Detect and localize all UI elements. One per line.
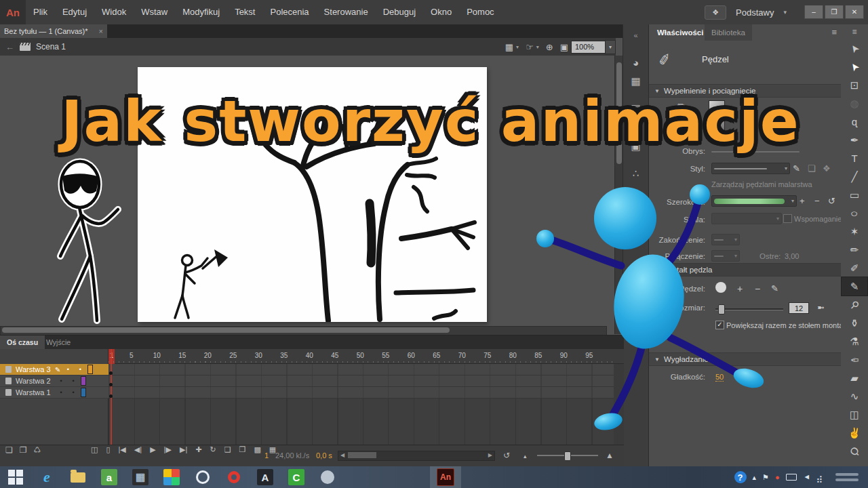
layer-name[interactable]: Warstwa 1 <box>16 388 55 396</box>
style-dropdown[interactable]: ▾ <box>711 163 790 174</box>
zoom-with-stage-checkbox[interactable]: ✓ <box>715 321 724 329</box>
hp-taskbar-button[interactable] <box>187 466 218 488</box>
size-value-input[interactable]: 12 <box>789 302 809 314</box>
tab-close-icon[interactable]: × <box>99 27 103 35</box>
expand-dock-button[interactable]: « <box>627 27 646 43</box>
pin-size-icon[interactable]: ➼ <box>817 302 825 312</box>
app-light-taskbar-button[interactable] <box>312 466 343 488</box>
app-c-taskbar-button[interactable]: C <box>281 466 312 488</box>
width-tool[interactable]: ∿ <box>842 387 867 405</box>
scroll-left-icon[interactable]: ◀ <box>340 452 344 459</box>
layer-lock-dot[interactable]: • <box>67 389 79 396</box>
remove-width-profile-icon[interactable]: − <box>814 196 820 206</box>
network-icon[interactable]: ⣴ <box>816 472 823 483</box>
tab-properties[interactable]: Właściwości <box>650 24 710 41</box>
close-button[interactable]: ✕ <box>845 5 864 19</box>
brush-preview[interactable] <box>715 282 726 293</box>
stage-h-scrollbar[interactable] <box>0 326 607 336</box>
layer-visibility-dot[interactable]: • <box>62 366 74 373</box>
step-back-button[interactable]: ◀| <box>134 445 142 454</box>
reset-timeline-zoom-button[interactable]: ↺ <box>503 451 510 460</box>
menu-item[interactable]: Wstaw <box>134 0 175 24</box>
pencil-tool[interactable]: ✏ <box>842 241 867 259</box>
layer-lock-dot[interactable]: • <box>74 366 86 373</box>
add-width-profile-icon[interactable]: + <box>800 196 805 206</box>
center-stage-icon[interactable]: ⊕ <box>546 42 553 52</box>
hand-tool[interactable]: ✌ <box>842 424 867 442</box>
paint-brush-tool[interactable]: ✐ <box>842 259 867 277</box>
start-button[interactable] <box>0 466 31 488</box>
timeline-scroll-thumb[interactable] <box>348 452 376 458</box>
bone-tool[interactable]: ⚲ <box>842 296 867 314</box>
workspace-selector[interactable]: Podstawy <box>736 7 774 18</box>
scale-dropdown[interactable]: ▾ <box>711 213 782 224</box>
zoom-level-input[interactable]: 100% <box>571 41 606 54</box>
paint-bucket-tool[interactable]: ⚱ <box>842 314 867 332</box>
menu-item[interactable]: Modyfikuj <box>175 0 227 24</box>
layer-visibility-dot[interactable]: • <box>55 378 67 384</box>
subselection-tool[interactable]: ➤ <box>842 58 867 76</box>
action-center-icon[interactable]: ⚑ <box>762 473 769 482</box>
loop-button[interactable]: ↻ <box>210 445 216 454</box>
frame-size-large-icon[interactable]: ▲ <box>606 451 614 460</box>
menu-item[interactable]: Pomoc <box>459 0 501 24</box>
frame-size-small-icon[interactable]: ▴ <box>524 453 527 460</box>
notification-dot-icon[interactable]: ● <box>775 473 780 481</box>
battery-icon[interactable] <box>786 474 797 481</box>
frame-size-slider[interactable] <box>537 455 598 456</box>
menu-item[interactable]: Okno <box>423 0 459 24</box>
layer-row[interactable]: Warstwa 3 ✎ • • <box>0 364 108 375</box>
layer-name[interactable]: Warstwa 2 <box>16 377 55 385</box>
layer-lock-dot[interactable]: • <box>67 378 79 384</box>
help-tray-icon[interactable]: ? <box>734 471 747 483</box>
zoom-dropdown-icon[interactable]: ▾ <box>605 40 616 54</box>
join-dropdown[interactable]: ▾ <box>711 250 740 262</box>
swatches-panel-button[interactable]: ▦ <box>627 73 646 89</box>
tab-output[interactable]: Wyjście <box>39 336 77 349</box>
center-frame-button[interactable]: ✚ <box>195 445 201 454</box>
tray-expand-icon[interactable]: ▴ <box>753 473 757 482</box>
scene-name[interactable]: Scena 1 <box>36 42 66 52</box>
edit-multiple-frames-button[interactable]: ▩ <box>254 445 260 454</box>
layer-color-chip[interactable] <box>87 365 93 374</box>
store-taskbar-button[interactable] <box>156 466 187 488</box>
menu-item[interactable]: Polecenia <box>262 0 316 24</box>
clock[interactable] <box>835 473 859 481</box>
workspace-switcher-icon[interactable]: ❖ <box>705 5 726 20</box>
frame-grid[interactable] <box>108 364 614 445</box>
menu-item[interactable]: Tekst <box>227 0 262 24</box>
selection-tool[interactable]: ➤ <box>842 39 867 58</box>
keyframe-dot[interactable] <box>109 383 113 386</box>
rectangle-tool[interactable]: ▭ <box>842 186 867 204</box>
document-tab[interactable]: Bez tytułu — 1 (Canvas)* × <box>0 24 107 38</box>
tab-timeline[interactable]: Oś czasu <box>0 336 45 349</box>
delete-layer-button[interactable]: ♺ <box>34 445 41 455</box>
cap-dropdown[interactable]: ▾ <box>711 234 740 245</box>
opera-taskbar-button[interactable] <box>218 466 250 488</box>
oval-tool[interactable]: ○ <box>842 204 867 222</box>
polystar-tool[interactable]: ✶ <box>842 222 867 241</box>
paste-style-icon[interactable]: ❖ <box>823 163 831 174</box>
menu-item[interactable]: Widok <box>94 0 134 24</box>
edit-symbols-icon[interactable]: ☞ <box>526 42 534 52</box>
clapperboard-icon[interactable]: ▦ <box>505 42 513 52</box>
menu-item[interactable]: Plik <box>26 0 55 24</box>
restore-button[interactable]: ❐ <box>825 5 844 19</box>
new-folder-button[interactable]: ❐ <box>20 445 27 455</box>
animate-taskbar-button[interactable]: An <box>430 466 461 488</box>
miter-value[interactable]: 3,00 <box>785 252 799 260</box>
line-tool[interactable]: ╱ <box>842 167 867 186</box>
edit-stroke-style-icon[interactable]: ✎ <box>793 163 800 174</box>
width-profile-dropdown[interactable]: ▾ <box>711 195 797 207</box>
layer-row[interactable]: Warstwa 2 ✎ • • <box>0 375 108 387</box>
code-snippets-panel-button[interactable]: ∴ <box>627 165 646 182</box>
edit-brush-icon[interactable]: ✎ <box>771 283 778 293</box>
layer-depth-button[interactable]: ▯ <box>106 445 110 454</box>
brush-tool[interactable]: ✎ <box>842 277 867 296</box>
menu-item[interactable]: Sterowanie <box>317 0 376 24</box>
tools-panel-menu-icon[interactable]: ≡ <box>852 24 856 39</box>
play-button[interactable]: ▶ <box>150 445 155 454</box>
explorer-taskbar-button[interactable] <box>62 466 94 488</box>
hinting-checkbox[interactable] <box>783 214 792 223</box>
access-taskbar-button[interactable]: a <box>94 466 125 488</box>
